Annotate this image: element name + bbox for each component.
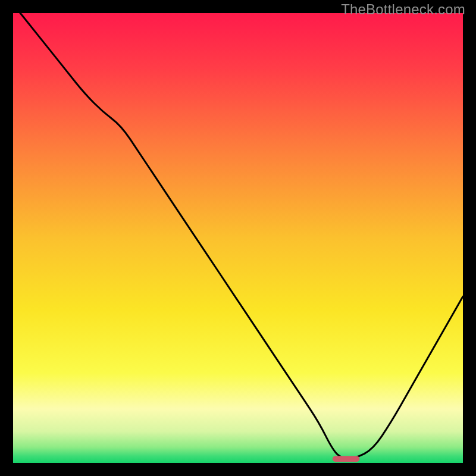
bottleneck-chart xyxy=(13,13,463,463)
watermark-text: TheBottleneck.com xyxy=(341,1,465,18)
chart-frame xyxy=(13,13,463,463)
gradient-background xyxy=(13,13,463,463)
optimal-marker xyxy=(333,456,359,462)
